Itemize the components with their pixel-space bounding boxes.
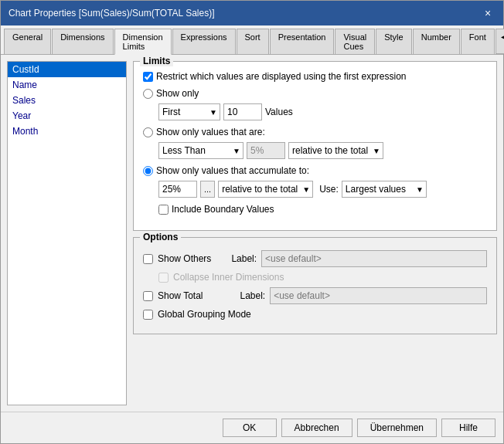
values-that-are-radio[interactable] xyxy=(143,127,153,137)
values-that-are-section: Show only values that are: Less Than Gre… xyxy=(143,127,487,159)
show-others-row: Show Others Label: xyxy=(143,250,487,267)
list-item-year[interactable]: Year xyxy=(8,108,126,124)
show-only-controls: First Last Largest Smallest ▼ Values xyxy=(158,103,487,120)
show-others-label: Show Others xyxy=(158,253,211,264)
show-only-row: Show only xyxy=(143,88,487,99)
list-item-sales[interactable]: Sales xyxy=(8,93,126,108)
tab-dimensions[interactable]: Dimensions xyxy=(52,29,113,54)
accumulate-input[interactable] xyxy=(158,181,197,198)
first-select[interactable]: First Last Largest Smallest xyxy=(158,103,220,120)
largest-values-select[interactable]: Largest values Smallest values xyxy=(342,181,427,198)
dimension-list: CustId Name Sales Year Month xyxy=(7,61,127,405)
accumulate-row: Show only values that accumulate to: xyxy=(143,165,487,176)
right-panel: Limits Restrict which values are display… xyxy=(133,61,497,405)
tab-general[interactable]: General xyxy=(4,29,51,54)
values-that-are-row: Show only values that are: xyxy=(143,127,487,137)
show-others-label-tag: Label: xyxy=(231,253,257,264)
show-only-section: Show only First Last Largest Smallest xyxy=(143,88,487,120)
values-label: Values xyxy=(265,107,293,117)
show-only-label: Show only xyxy=(156,88,199,99)
use-label: Use: xyxy=(319,184,339,195)
restrict-label: Restrict which values are displayed usin… xyxy=(156,71,406,82)
hilfe-button[interactable]: Hilfe xyxy=(441,419,495,437)
less-than-select[interactable]: Less Than Greater Than Equal To xyxy=(158,142,243,159)
tab-expressions[interactable]: Expressions xyxy=(172,29,236,54)
show-total-checkbox[interactable] xyxy=(143,291,153,301)
show-others-checkbox[interactable] xyxy=(143,254,153,264)
accumulate-section: Show only values that accumulate to: ...… xyxy=(143,165,487,198)
accumulate-label: Show only values that accumulate to: xyxy=(156,165,309,176)
tab-number[interactable]: Number xyxy=(413,29,460,54)
global-grouping-label: Global Grouping Mode xyxy=(158,309,251,320)
tab-font[interactable]: Font xyxy=(461,29,495,54)
content-area: CustId Name Sales Year Month Limits Rest… xyxy=(1,55,503,412)
left-panel: CustId Name Sales Year Month xyxy=(7,61,127,405)
relative-total-wrapper: relative to the total of total absolute … xyxy=(288,142,383,159)
show-total-input[interactable] xyxy=(270,287,487,304)
first-select-wrapper: First Last Largest Smallest ▼ xyxy=(158,103,220,120)
tab-bar: General Dimensions Dimension Limits Expr… xyxy=(1,25,503,55)
main-window: Chart Properties [Sum(Sales)/Sum(TOTAL S… xyxy=(0,0,504,444)
list-item-custid[interactable]: CustId xyxy=(8,62,126,77)
collapse-row: Collapse Inner Dimensions xyxy=(158,272,487,283)
options-group: Options Show Others Label: Collapse Inne… xyxy=(133,237,497,334)
close-button[interactable]: × xyxy=(480,5,495,21)
boundary-label: Include Boundary Values xyxy=(172,204,274,215)
abbrechen-button[interactable]: Abbrechen xyxy=(281,419,352,437)
list-item-month[interactable]: Month xyxy=(8,124,126,139)
global-grouping-row: Global Grouping Mode xyxy=(143,309,487,320)
list-item-name[interactable]: Name xyxy=(8,77,126,93)
tab-visual-cues[interactable]: Visual Cues xyxy=(335,29,375,54)
relative-total2-select[interactable]: relative to the total of total absolute xyxy=(218,181,313,198)
tab-more[interactable]: ◀ xyxy=(495,29,504,54)
title-bar: Chart Properties [Sum(Sales)/Sum(TOTAL S… xyxy=(1,1,503,25)
global-grouping-checkbox[interactable] xyxy=(143,310,153,320)
relative-total-select[interactable]: relative to the total of total absolute xyxy=(288,142,383,159)
count-input[interactable] xyxy=(223,103,262,120)
show-only-radio[interactable] xyxy=(143,89,153,99)
tab-dimension-limits[interactable]: Dimension Limits xyxy=(114,29,172,55)
restrict-checkbox[interactable] xyxy=(143,72,153,82)
accumulate-radio[interactable] xyxy=(143,166,153,176)
show-total-row: Show Total Label: xyxy=(143,287,487,304)
values-that-are-label: Show only values that are: xyxy=(156,127,265,137)
less-than-wrapper: Less Than Greater Than Equal To ▼ xyxy=(158,142,243,159)
ubernehmen-button[interactable]: Übernehmen xyxy=(357,419,437,437)
restrict-row: Restrict which values are displayed usin… xyxy=(143,71,487,82)
tab-sort[interactable]: Sort xyxy=(237,29,269,54)
tab-presentation[interactable]: Presentation xyxy=(270,29,335,54)
boundary-checkbox[interactable] xyxy=(158,205,169,215)
boundary-row: Include Boundary Values xyxy=(158,204,487,215)
percent-input[interactable] xyxy=(247,142,285,159)
show-total-label-tag: Label: xyxy=(240,290,265,301)
options-label: Options xyxy=(140,232,181,242)
window-title: Chart Properties [Sum(Sales)/Sum(TOTAL S… xyxy=(9,8,215,19)
collapse-checkbox[interactable] xyxy=(158,273,169,283)
ok-button[interactable]: OK xyxy=(223,419,277,437)
collapse-label: Collapse Inner Dimensions xyxy=(173,272,284,283)
limits-group: Limits Restrict which values are display… xyxy=(133,61,497,231)
largest-values-wrapper: Largest values Smallest values ▼ xyxy=(342,181,427,198)
limits-label: Limits xyxy=(140,56,173,66)
limits-content: Restrict which values are displayed usin… xyxy=(143,71,487,215)
show-total-label: Show Total xyxy=(158,290,203,301)
footer: OK Abbrechen Übernehmen Hilfe xyxy=(1,412,503,443)
values-that-are-controls: Less Than Greater Than Equal To ▼ relati… xyxy=(158,142,487,159)
relative-total2-wrapper: relative to the total of total absolute … xyxy=(218,181,313,198)
accumulate-controls: ... relative to the total of total absol… xyxy=(158,181,487,198)
dots-button[interactable]: ... xyxy=(200,181,215,198)
tab-style[interactable]: Style xyxy=(376,29,411,54)
show-others-input[interactable] xyxy=(261,250,487,267)
